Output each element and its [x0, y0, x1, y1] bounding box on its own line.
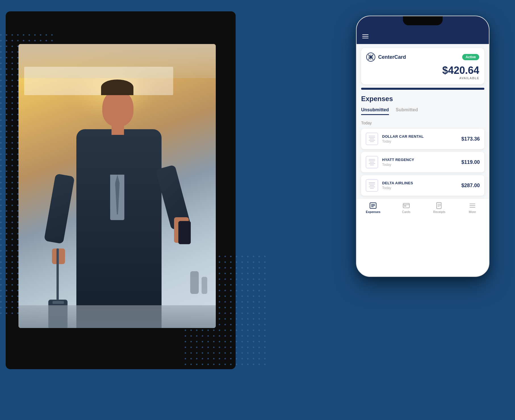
receipt-line	[369, 137, 375, 138]
receipt-lines-2	[369, 182, 375, 189]
expenses-area: Expenses Unsubmitted Submitted Today	[357, 90, 489, 198]
balance-area: $420.64 AVAILABLE	[366, 64, 479, 80]
receipt-line	[370, 165, 374, 165]
expense-details-1: HYATT REGENCY Today	[382, 158, 457, 167]
bottom-nav: Expenses Cards	[357, 198, 489, 219]
scene: CenterCard Active $420.64 AVAILABLE Expe…	[0, 0, 515, 420]
hamburger-line-1	[362, 34, 369, 35]
balance-label: AVAILABLE	[366, 76, 479, 80]
centercard-logo-icon	[366, 53, 375, 62]
svg-rect-16	[404, 206, 406, 206]
expense-details-0: DOLLAR CAR RENTAL Today	[382, 134, 457, 143]
nav-item-expenses[interactable]: Expenses	[357, 202, 390, 214]
tab-row: Unsubmitted Submitted	[361, 107, 484, 115]
expenses-nav-icon	[369, 202, 377, 209]
receipt-line	[369, 182, 375, 183]
receipt-line	[369, 187, 375, 187]
receipt-line	[369, 136, 375, 136]
expense-item-2[interactable]: DELTA AIRLINES Today $287.00	[361, 175, 484, 196]
phone-mockup: CenterCard Active $420.64 AVAILABLE Expe…	[356, 16, 489, 277]
card-top-row: CenterCard Active	[366, 53, 479, 62]
receipt-line	[370, 141, 374, 142]
hair	[101, 80, 133, 95]
nav-item-more[interactable]: More	[456, 202, 489, 214]
nav-item-receipts[interactable]: Receipts	[423, 202, 456, 214]
expense-date-0: Today	[382, 139, 457, 143]
expense-amount-0: $173.36	[461, 136, 480, 142]
hamburger-line-3	[362, 38, 369, 38]
blue-accent-bar	[361, 88, 484, 90]
receipt-lines-1	[369, 159, 375, 165]
card-name: CenterCard	[378, 54, 406, 60]
hamburger-line-2	[362, 36, 369, 37]
receipt-line	[370, 185, 374, 186]
jacket	[76, 129, 162, 328]
nav-label-expenses: Expenses	[366, 210, 380, 214]
tie	[114, 175, 121, 214]
receipt-line	[370, 162, 374, 162]
receipt-line	[370, 188, 374, 189]
receipt-icon-0	[366, 133, 378, 145]
expense-item-0[interactable]: DOLLAR CAR RENTAL Today $173.36	[361, 129, 484, 149]
card-logo-area: CenterCard	[366, 53, 406, 62]
balance-amount: $420.64	[366, 64, 479, 76]
expense-amount-1: $119.00	[461, 159, 480, 165]
departure-board	[24, 67, 173, 95]
nav-label-cards: Cards	[402, 210, 410, 214]
bg-person-2	[202, 277, 207, 294]
receipt-line	[370, 139, 374, 139]
receipt-line	[369, 163, 375, 164]
nav-label-receipts: Receipts	[433, 210, 445, 214]
expenses-title: Expenses	[361, 95, 484, 103]
tab-unsubmitted[interactable]: Unsubmitted	[361, 107, 389, 115]
expense-date-2: Today	[382, 186, 457, 190]
active-badge: Active	[462, 54, 479, 60]
card-area: CenterCard Active $420.64 AVAILABLE	[361, 48, 484, 84]
receipt-lines	[369, 136, 375, 142]
phone-held	[178, 221, 191, 244]
phone-header	[357, 31, 489, 44]
receipt-icon-1	[366, 156, 378, 168]
svg-rect-14	[403, 203, 409, 208]
receipt-line	[369, 160, 375, 161]
expense-merchant-0: DOLLAR CAR RENTAL	[382, 134, 457, 139]
expense-date-1: Today	[382, 163, 457, 167]
receipt-line	[369, 184, 375, 184]
receipt-line	[369, 140, 375, 141]
photo-area	[18, 44, 216, 328]
svg-marker-4	[115, 175, 120, 214]
expense-details-2: DELTA AIRLINES Today	[382, 181, 457, 190]
svg-rect-17	[437, 202, 441, 209]
section-today-label: Today	[361, 121, 484, 125]
receipt-line	[369, 159, 375, 160]
more-nav-icon	[468, 202, 476, 209]
tab-submitted[interactable]: Submitted	[396, 107, 418, 115]
cards-nav-icon	[402, 202, 410, 209]
receipts-nav-icon	[435, 202, 443, 209]
expense-amount-2: $287.00	[461, 183, 480, 189]
expense-item-1[interactable]: HYATT REGENCY Today $119.00	[361, 152, 484, 172]
phone-notch	[403, 16, 443, 25]
nav-item-cards[interactable]: Cards	[390, 202, 423, 214]
receipt-icon-2	[366, 179, 378, 192]
bg-person	[190, 271, 199, 294]
luggage-handle	[53, 301, 64, 304]
menu-button[interactable]	[362, 34, 369, 38]
floor	[18, 305, 216, 328]
expense-merchant-1: HYATT REGENCY	[382, 158, 457, 162]
expense-merchant-2: DELTA AIRLINES	[382, 181, 457, 185]
nav-label-more: More	[469, 210, 476, 214]
